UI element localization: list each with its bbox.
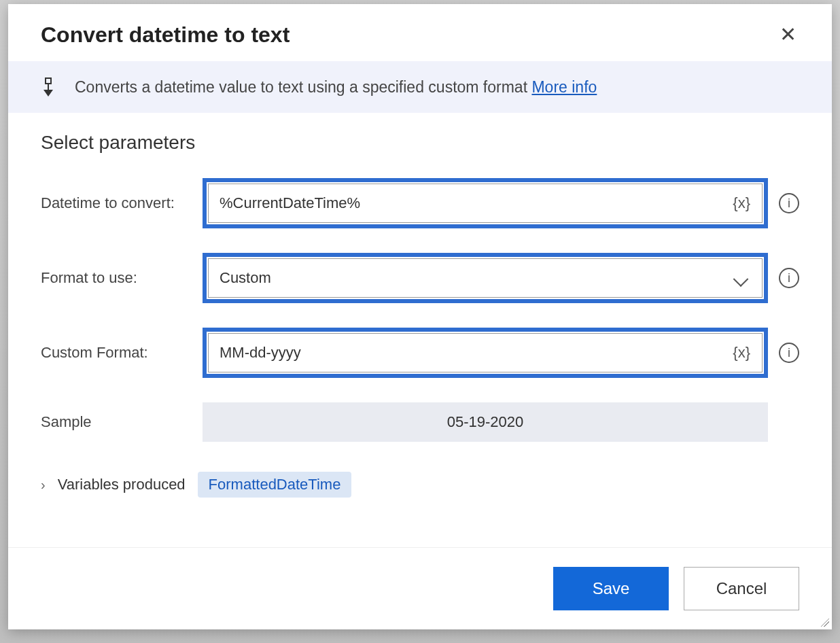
- custom-format-input[interactable]: [208, 333, 763, 372]
- cancel-button[interactable]: Cancel: [684, 567, 799, 610]
- format-label: Format to use:: [41, 269, 197, 287]
- dialog-title: Convert datetime to text: [41, 22, 290, 48]
- variable-chip[interactable]: FormattedDateTime: [198, 472, 352, 498]
- close-icon[interactable]: ✕: [774, 22, 802, 48]
- param-row-format: Format to use: Custom i: [41, 253, 799, 303]
- sample-label: Sample: [41, 413, 197, 431]
- description-bar: Converts a datetime value to text using …: [8, 61, 832, 113]
- sample-output: 05-19-2020: [203, 402, 768, 442]
- info-icon[interactable]: i: [779, 343, 799, 363]
- dialog-body: Select parameters Datetime to convert: {…: [8, 113, 832, 547]
- format-select-value: Custom: [220, 269, 271, 287]
- custom-format-field-wrap: {x}: [203, 328, 768, 378]
- custom-format-label: Custom Format:: [41, 344, 197, 362]
- datetime-field-wrap: {x}: [203, 178, 768, 228]
- dialog-footer: Save Cancel: [8, 547, 832, 629]
- info-icon[interactable]: i: [779, 268, 799, 288]
- description-text: Converts a datetime value to text using …: [75, 78, 597, 97]
- chevron-right-icon[interactable]: ›: [41, 477, 46, 493]
- section-title: Select parameters: [41, 132, 799, 154]
- variables-produced-label[interactable]: Variables produced: [58, 476, 186, 493]
- resize-grip-icon[interactable]: [818, 616, 829, 627]
- save-button[interactable]: Save: [553, 567, 669, 610]
- datetime-label: Datetime to convert:: [41, 194, 197, 212]
- param-row-custom: Custom Format: {x} i: [41, 328, 799, 378]
- more-info-link[interactable]: More info: [531, 78, 597, 96]
- param-row-datetime: Datetime to convert: {x} i: [41, 178, 799, 228]
- dialog-header: Convert datetime to text ✕: [8, 4, 832, 61]
- description-content: Converts a datetime value to text using …: [75, 78, 527, 96]
- convert-datetime-dialog: Convert datetime to text ✕ Converts a da…: [8, 4, 832, 629]
- action-flow-icon: [41, 77, 56, 97]
- format-field-wrap: Custom: [203, 253, 768, 303]
- format-select[interactable]: Custom: [208, 258, 763, 298]
- info-icon[interactable]: i: [779, 193, 799, 213]
- param-row-sample: Sample 05-19-2020: [41, 402, 799, 442]
- datetime-input[interactable]: [208, 184, 763, 223]
- variables-produced-row: › Variables produced FormattedDateTime: [41, 472, 799, 498]
